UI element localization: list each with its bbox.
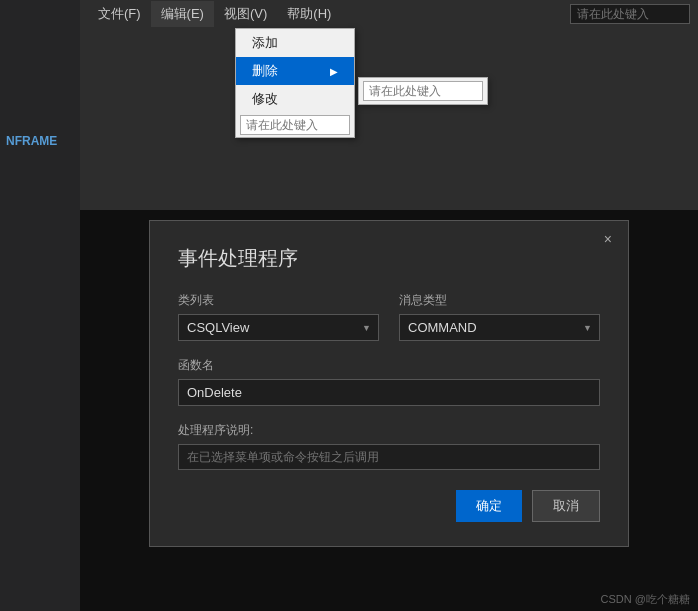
dialog-title: 事件处理程序 (178, 245, 600, 272)
form-row-1: 类列表 CSQLView 消息类型 COMMAND (178, 292, 600, 341)
menu-edit[interactable]: 编辑(E) (151, 1, 214, 27)
class-select-wrapper: CSQLView (178, 314, 379, 341)
dropdown-menu: 添加 删除 ▶ 修改 (235, 28, 355, 138)
form-row-3: 处理程序说明: (178, 422, 600, 470)
dropdown-add[interactable]: 添加 (236, 29, 354, 57)
sidebar: NFRAME (0, 0, 80, 611)
desc-label: 处理程序说明: (178, 422, 600, 439)
form-group-function: 函数名 (178, 357, 600, 406)
dropdown-delete[interactable]: 删除 ▶ (236, 57, 354, 85)
msgtype-label: 消息类型 (399, 292, 600, 309)
class-select[interactable]: CSQLView (178, 314, 379, 341)
top-area: 文件(F) 编辑(E) 视图(V) 帮助(H) 添加 删除 ▶ 修改 (80, 0, 698, 210)
menu-help[interactable]: 帮助(H) (277, 1, 341, 27)
submenu-flyout (358, 77, 488, 105)
dropdown-input-row (236, 113, 354, 137)
nframe-label: NFRAME (0, 130, 63, 152)
menu-view[interactable]: 视图(V) (214, 1, 277, 27)
desc-input (178, 444, 600, 470)
submenu-arrow-icon: ▶ (330, 66, 338, 77)
menu-bar: 文件(F) 编辑(E) 视图(V) 帮助(H) (80, 0, 698, 28)
dialog-overlay: × 事件处理程序 类列表 CSQLView 消息类型 COMM (80, 210, 698, 611)
main-content: 文件(F) 编辑(E) 视图(V) 帮助(H) 添加 删除 ▶ 修改 (80, 0, 698, 611)
menu-search-input[interactable] (570, 4, 690, 24)
function-label: 函数名 (178, 357, 600, 374)
cancel-button[interactable]: 取消 (532, 490, 600, 522)
dropdown-delete-label: 删除 (252, 62, 278, 80)
menu-file[interactable]: 文件(F) (88, 1, 151, 27)
function-input[interactable] (178, 379, 600, 406)
menu-search-area (570, 4, 690, 24)
msgtype-select[interactable]: COMMAND (399, 314, 600, 341)
confirm-button[interactable]: 确定 (456, 490, 522, 522)
class-label: 类列表 (178, 292, 379, 309)
msgtype-select-wrapper: COMMAND (399, 314, 600, 341)
form-group-msgtype: 消息类型 COMMAND (399, 292, 600, 341)
submenu-input-row (359, 78, 487, 104)
dialog: × 事件处理程序 类列表 CSQLView 消息类型 COMM (149, 220, 629, 547)
dialog-buttons: 确定 取消 (178, 490, 600, 522)
dropdown-modify[interactable]: 修改 (236, 85, 354, 113)
form-row-2: 函数名 (178, 357, 600, 406)
form-group-class: 类列表 CSQLView (178, 292, 379, 341)
submenu-search-input[interactable] (363, 81, 483, 101)
dropdown-search-input[interactable] (240, 115, 350, 135)
dialog-close-button[interactable]: × (598, 229, 618, 249)
watermark: CSDN @吃个糖糖 (601, 592, 690, 607)
form-group-desc: 处理程序说明: (178, 422, 600, 470)
